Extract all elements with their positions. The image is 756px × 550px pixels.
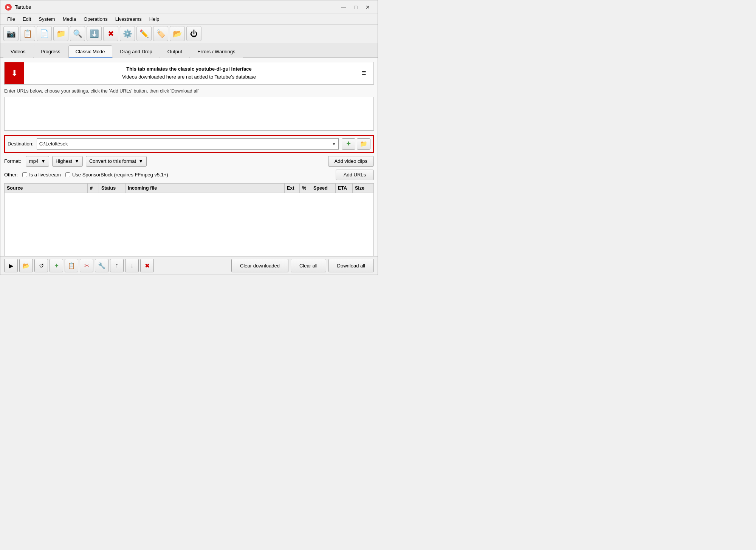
settings-button[interactable]: ⚙️	[120, 26, 135, 41]
maximize-button[interactable]: □	[350, 3, 361, 11]
quality-value: Highest	[56, 158, 72, 164]
quality-dropdown-arrow: ▼	[74, 158, 79, 164]
folder-button[interactable]: 📁	[53, 26, 68, 41]
tab-output[interactable]: Output	[160, 45, 189, 58]
destination-input-wrap: ▼	[37, 138, 339, 150]
col-pct: %	[300, 184, 311, 193]
banner-right[interactable]: ☰	[354, 62, 373, 84]
livestream-checkbox-wrap: Is a livestream	[22, 172, 61, 178]
convert-value: Convert to this format	[89, 158, 136, 164]
retry-button[interactable]: ↺	[34, 259, 48, 272]
folder-red-button[interactable]: 📂	[170, 26, 185, 41]
tab-errors[interactable]: Errors / Warnings	[190, 45, 243, 58]
toolbar: 📷 📋 📄 📁 🔍 ⬇️ ✖ ⚙️ ✏️ 🏷️ 📂 ⏻	[0, 25, 378, 43]
table-header: Source # Status Incoming file Ext % Spee…	[4, 183, 374, 193]
clipboard-button[interactable]: 📋	[65, 259, 78, 272]
close-button[interactable]: ✕	[363, 3, 373, 11]
stop-button[interactable]: ✖	[103, 26, 118, 41]
menu-media[interactable]: Media	[59, 15, 80, 23]
menu-edit[interactable]: Edit	[19, 15, 35, 23]
main-content: ⬇ This tab emulates the classic youtube-…	[0, 58, 378, 275]
info-banner: ⬇ This tab emulates the classic youtube-…	[4, 62, 374, 85]
download-button[interactable]: ⬇️	[87, 26, 102, 41]
play-button[interactable]: ▶	[4, 259, 18, 272]
clear-downloaded-button[interactable]: Clear downloaded	[231, 259, 288, 272]
wrench-button[interactable]: 🔧	[95, 259, 108, 272]
instruction-text: Enter URLs below, choose your settings, …	[4, 88, 374, 94]
col-eta: ETA	[336, 184, 353, 193]
format-row: Format: mp4 ▼ Highest ▼ Convert to this …	[4, 156, 374, 167]
new-folder-button[interactable]: +	[342, 138, 355, 150]
menu-system[interactable]: System	[35, 15, 59, 23]
sponsorblock-checkbox-wrap: Use SponsorBlock (requires FFmpeg v5.1+)	[65, 172, 168, 178]
app-icon: ▶	[5, 4, 12, 11]
open-folder-bottom-button[interactable]: 📂	[19, 259, 33, 272]
col-incoming: Incoming file	[125, 184, 285, 193]
col-num: #	[88, 184, 99, 193]
action-buttons: Clear downloaded Clear all Download all	[231, 259, 374, 272]
destination-label: Destination:	[8, 141, 34, 147]
livestream-label: Is a livestream	[29, 172, 61, 178]
app-window: ▶ Tartube — □ ✕ File Edit System Media O…	[0, 0, 378, 275]
menu-livestreams[interactable]: Livestreams	[112, 15, 146, 23]
menu-operations[interactable]: Operations	[80, 15, 112, 23]
menu-help[interactable]: Help	[146, 15, 163, 23]
document-button[interactable]: 📄	[37, 26, 52, 41]
clear-all-button[interactable]: Clear all	[291, 259, 326, 272]
banner-icon: ⬇	[5, 62, 24, 84]
search-button[interactable]: 🔍	[70, 26, 85, 41]
format-dropdown[interactable]: mp4 ▼	[26, 156, 49, 167]
download-all-button[interactable]: Download all	[328, 259, 374, 272]
col-size: Size	[353, 184, 373, 193]
menu-file[interactable]: File	[3, 15, 19, 23]
star-button[interactable]: ✦	[50, 259, 63, 272]
banner-text: This tab emulates the classic youtube-dl…	[24, 62, 354, 84]
camera-button[interactable]: 📷	[3, 26, 19, 41]
destination-row: Destination: ▼ + 📁	[4, 135, 374, 153]
sponsorblock-checkbox[interactable]	[65, 172, 70, 177]
power-button[interactable]: ⏻	[186, 26, 201, 41]
sponsorblock-label: Use SponsorBlock (requires FFmpeg v5.1+)	[72, 172, 168, 178]
tab-drag-drop[interactable]: Drag and Drop	[113, 45, 160, 58]
minimize-button[interactable]: —	[338, 3, 349, 11]
other-row: Other: Is a livestream Use SponsorBlock …	[4, 170, 374, 180]
tabs-bar: Videos Progress Classic Mode Drag and Dr…	[0, 43, 378, 58]
format-label: Format:	[4, 158, 21, 164]
banner-menu-icon: ☰	[362, 70, 366, 76]
other-label: Other:	[4, 172, 18, 178]
move-down-button[interactable]: ↓	[125, 259, 139, 272]
col-speed: Speed	[311, 184, 336, 193]
table-body[interactable]	[4, 193, 374, 259]
add-video-clips-button[interactable]: Add video clips	[328, 156, 374, 167]
destination-input[interactable]	[39, 141, 332, 147]
col-status: Status	[99, 184, 125, 193]
open-folder-button[interactable]: 📁	[357, 138, 370, 150]
bottom-toolbar: ▶ 📂 ↺ ✦ 📋 ✂ 🔧 ↑ ↓ ✖ Clear downloaded Cle…	[0, 256, 378, 275]
title-bar: ▶ Tartube — □ ✕	[0, 0, 378, 14]
url-input[interactable]	[4, 97, 374, 131]
scissors-button[interactable]: ✂	[80, 259, 93, 272]
window-controls: — □ ✕	[338, 3, 373, 11]
format-dropdown-arrow: ▼	[41, 158, 46, 164]
convert-dropdown[interactable]: Convert to this format ▼	[86, 156, 147, 167]
tab-progress[interactable]: Progress	[34, 45, 68, 58]
list-button[interactable]: 📋	[20, 26, 35, 41]
tab-videos[interactable]: Videos	[3, 45, 33, 58]
quality-dropdown[interactable]: Highest ▼	[52, 156, 83, 167]
delete-button[interactable]: ✖	[140, 259, 154, 272]
livestream-checkbox[interactable]	[22, 172, 27, 177]
tab-classic-mode[interactable]: Classic Mode	[68, 45, 112, 58]
move-up-button[interactable]: ↑	[110, 259, 124, 272]
tag-button[interactable]: 🏷️	[153, 26, 168, 41]
add-urls-button[interactable]: Add URLs	[336, 170, 374, 180]
col-ext: Ext	[285, 184, 300, 193]
convert-dropdown-arrow: ▼	[138, 158, 143, 164]
destination-dropdown-arrow[interactable]: ▼	[332, 142, 336, 146]
edit-button[interactable]: ✏️	[136, 26, 152, 41]
window-title: Tartube	[15, 4, 338, 10]
format-value: mp4	[29, 158, 39, 164]
col-source: Source	[5, 184, 88, 193]
menu-bar: File Edit System Media Operations Livest…	[0, 14, 378, 25]
